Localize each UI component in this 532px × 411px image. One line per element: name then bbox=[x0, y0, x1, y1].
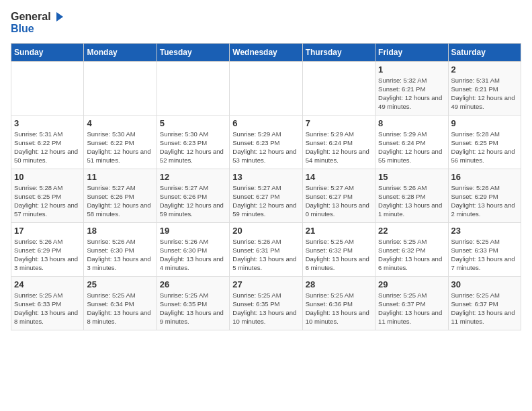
day-cell: 1Sunrise: 5:32 AM Sunset: 6:21 PM Daylig… bbox=[375, 61, 448, 115]
day-info: Sunrise: 5:27 AM Sunset: 6:26 PM Dayligh… bbox=[160, 183, 226, 219]
day-number: 2 bbox=[451, 64, 518, 75]
day-cell: 17Sunrise: 5:26 AM Sunset: 6:29 PM Dayli… bbox=[11, 222, 84, 276]
day-number: 26 bbox=[160, 279, 226, 289]
week-row-1: 3Sunrise: 5:31 AM Sunset: 6:22 PM Daylig… bbox=[11, 115, 521, 169]
day-cell: 16Sunrise: 5:26 AM Sunset: 6:29 PM Dayli… bbox=[448, 169, 521, 222]
day-cell: 14Sunrise: 5:27 AM Sunset: 6:27 PM Dayli… bbox=[302, 169, 375, 222]
day-info: Sunrise: 5:29 AM Sunset: 6:24 PM Dayligh… bbox=[306, 130, 372, 165]
day-number: 30 bbox=[451, 279, 518, 289]
day-number: 12 bbox=[160, 172, 226, 182]
day-cell: 13Sunrise: 5:27 AM Sunset: 6:27 PM Dayli… bbox=[230, 169, 302, 222]
header-day-tuesday: Tuesday bbox=[157, 43, 229, 61]
day-cell bbox=[157, 61, 229, 115]
header-row: SundayMondayTuesdayWednesdayThursdayFrid… bbox=[11, 43, 521, 61]
day-cell: 8Sunrise: 5:29 AM Sunset: 6:24 PM Daylig… bbox=[375, 115, 448, 169]
day-cell: 23Sunrise: 5:25 AM Sunset: 6:33 PM Dayli… bbox=[448, 222, 521, 276]
day-number: 1 bbox=[378, 64, 445, 75]
header-day-sunday: Sunday bbox=[11, 43, 84, 61]
day-number: 25 bbox=[87, 279, 153, 289]
day-cell: 24Sunrise: 5:25 AM Sunset: 6:33 PM Dayli… bbox=[11, 276, 84, 330]
day-cell bbox=[84, 61, 157, 115]
day-number: 16 bbox=[451, 172, 518, 182]
logo: General Blue bbox=[11, 11, 64, 35]
day-cell: 21Sunrise: 5:25 AM Sunset: 6:32 PM Dayli… bbox=[302, 222, 375, 276]
day-number: 23 bbox=[451, 226, 518, 236]
svg-marker-0 bbox=[56, 12, 63, 21]
day-number: 3 bbox=[14, 118, 81, 128]
day-number: 11 bbox=[87, 172, 153, 182]
day-info: Sunrise: 5:25 AM Sunset: 6:37 PM Dayligh… bbox=[378, 291, 445, 326]
day-info: Sunrise: 5:28 AM Sunset: 6:25 PM Dayligh… bbox=[451, 130, 518, 165]
day-number: 28 bbox=[306, 279, 372, 289]
day-info: Sunrise: 5:25 AM Sunset: 6:33 PM Dayligh… bbox=[451, 237, 518, 273]
day-cell bbox=[230, 61, 302, 115]
day-number: 19 bbox=[160, 226, 226, 236]
day-number: 13 bbox=[232, 172, 299, 182]
day-cell: 7Sunrise: 5:29 AM Sunset: 6:24 PM Daylig… bbox=[302, 115, 375, 169]
day-cell: 20Sunrise: 5:26 AM Sunset: 6:31 PM Dayli… bbox=[230, 222, 302, 276]
day-info: Sunrise: 5:27 AM Sunset: 6:26 PM Dayligh… bbox=[87, 183, 153, 219]
day-info: Sunrise: 5:32 AM Sunset: 6:21 PM Dayligh… bbox=[378, 76, 445, 111]
header-day-saturday: Saturday bbox=[448, 43, 521, 61]
day-number: 8 bbox=[378, 118, 445, 128]
day-info: Sunrise: 5:26 AM Sunset: 6:30 PM Dayligh… bbox=[160, 237, 226, 273]
day-cell: 30Sunrise: 5:25 AM Sunset: 6:37 PM Dayli… bbox=[448, 276, 521, 330]
day-info: Sunrise: 5:25 AM Sunset: 6:32 PM Dayligh… bbox=[306, 237, 372, 273]
day-cell: 2Sunrise: 5:31 AM Sunset: 6:21 PM Daylig… bbox=[448, 61, 521, 115]
day-cell: 27Sunrise: 5:25 AM Sunset: 6:35 PM Dayli… bbox=[230, 276, 302, 330]
day-cell: 10Sunrise: 5:28 AM Sunset: 6:25 PM Dayli… bbox=[11, 169, 84, 222]
day-cell: 15Sunrise: 5:26 AM Sunset: 6:28 PM Dayli… bbox=[375, 169, 448, 222]
header-day-wednesday: Wednesday bbox=[230, 43, 302, 61]
header-day-monday: Monday bbox=[84, 43, 157, 61]
day-cell: 18Sunrise: 5:26 AM Sunset: 6:30 PM Dayli… bbox=[84, 222, 157, 276]
day-info: Sunrise: 5:28 AM Sunset: 6:25 PM Dayligh… bbox=[14, 183, 81, 219]
day-info: Sunrise: 5:26 AM Sunset: 6:28 PM Dayligh… bbox=[378, 183, 445, 219]
day-number: 4 bbox=[87, 118, 153, 128]
day-cell: 9Sunrise: 5:28 AM Sunset: 6:25 PM Daylig… bbox=[448, 115, 521, 169]
day-number: 7 bbox=[306, 118, 372, 128]
week-row-2: 10Sunrise: 5:28 AM Sunset: 6:25 PM Dayli… bbox=[11, 169, 521, 222]
day-number: 29 bbox=[378, 279, 445, 289]
day-info: Sunrise: 5:27 AM Sunset: 6:27 PM Dayligh… bbox=[232, 183, 299, 219]
day-cell: 29Sunrise: 5:25 AM Sunset: 6:37 PM Dayli… bbox=[375, 276, 448, 330]
day-cell: 5Sunrise: 5:30 AM Sunset: 6:23 PM Daylig… bbox=[157, 115, 229, 169]
header-day-thursday: Thursday bbox=[302, 43, 375, 61]
day-cell bbox=[11, 61, 84, 115]
header: General Blue bbox=[11, 11, 521, 35]
day-info: Sunrise: 5:26 AM Sunset: 6:29 PM Dayligh… bbox=[451, 183, 518, 219]
day-number: 17 bbox=[14, 226, 81, 236]
day-info: Sunrise: 5:25 AM Sunset: 6:37 PM Dayligh… bbox=[451, 291, 518, 326]
day-number: 14 bbox=[306, 172, 372, 182]
day-info: Sunrise: 5:26 AM Sunset: 6:29 PM Dayligh… bbox=[14, 237, 81, 273]
day-number: 5 bbox=[160, 118, 226, 128]
week-row-4: 24Sunrise: 5:25 AM Sunset: 6:33 PM Dayli… bbox=[11, 276, 521, 330]
day-cell: 6Sunrise: 5:29 AM Sunset: 6:23 PM Daylig… bbox=[230, 115, 302, 169]
day-info: Sunrise: 5:25 AM Sunset: 6:32 PM Dayligh… bbox=[378, 237, 445, 273]
calendar-table: SundayMondayTuesdayWednesdayThursdayFrid… bbox=[11, 43, 521, 330]
day-cell bbox=[302, 61, 375, 115]
day-number: 27 bbox=[232, 279, 299, 289]
day-info: Sunrise: 5:25 AM Sunset: 6:36 PM Dayligh… bbox=[306, 291, 372, 326]
logo-container: General Blue bbox=[11, 11, 64, 35]
day-info: Sunrise: 5:25 AM Sunset: 6:34 PM Dayligh… bbox=[87, 291, 153, 326]
day-info: Sunrise: 5:31 AM Sunset: 6:22 PM Dayligh… bbox=[14, 130, 81, 165]
day-number: 20 bbox=[232, 226, 299, 236]
day-number: 22 bbox=[378, 226, 445, 236]
day-number: 15 bbox=[378, 172, 445, 182]
day-info: Sunrise: 5:26 AM Sunset: 6:31 PM Dayligh… bbox=[232, 237, 299, 273]
day-cell: 3Sunrise: 5:31 AM Sunset: 6:22 PM Daylig… bbox=[11, 115, 84, 169]
day-cell: 19Sunrise: 5:26 AM Sunset: 6:30 PM Dayli… bbox=[157, 222, 229, 276]
logo-arrow-icon bbox=[52, 11, 64, 23]
day-cell: 26Sunrise: 5:25 AM Sunset: 6:35 PM Dayli… bbox=[157, 276, 229, 330]
day-info: Sunrise: 5:25 AM Sunset: 6:35 PM Dayligh… bbox=[232, 291, 299, 326]
day-cell: 12Sunrise: 5:27 AM Sunset: 6:26 PM Dayli… bbox=[157, 169, 229, 222]
day-info: Sunrise: 5:31 AM Sunset: 6:21 PM Dayligh… bbox=[451, 76, 518, 111]
day-number: 9 bbox=[451, 118, 518, 128]
day-info: Sunrise: 5:27 AM Sunset: 6:27 PM Dayligh… bbox=[306, 183, 372, 219]
header-day-friday: Friday bbox=[375, 43, 448, 61]
day-info: Sunrise: 5:30 AM Sunset: 6:23 PM Dayligh… bbox=[160, 130, 226, 165]
day-number: 21 bbox=[306, 226, 372, 236]
day-number: 6 bbox=[232, 118, 299, 128]
day-cell: 28Sunrise: 5:25 AM Sunset: 6:36 PM Dayli… bbox=[302, 276, 375, 330]
logo-blue-text: Blue bbox=[11, 23, 34, 35]
